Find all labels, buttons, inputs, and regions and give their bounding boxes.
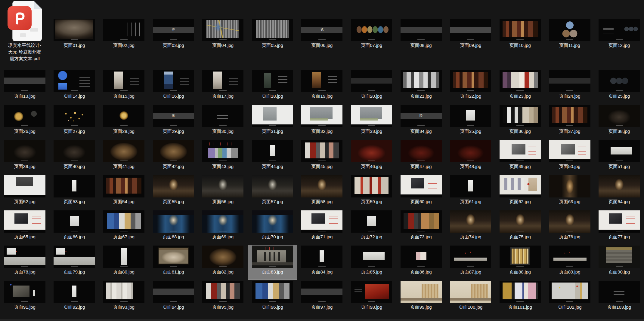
file-item[interactable]: 页面60.jpg bbox=[396, 174, 446, 209]
file-item[interactable]: 页面84.jpg bbox=[297, 245, 347, 280]
file-item[interactable]: 页面30.jpg bbox=[198, 104, 248, 139]
file-item[interactable]: 页面01.jpg bbox=[50, 0, 99, 69]
file-item[interactable]: 页面15.jpg bbox=[99, 69, 149, 104]
file-item[interactable]: 页面42.jpg bbox=[149, 139, 198, 174]
file-item[interactable]: 页面43.jpg bbox=[198, 139, 248, 174]
file-item[interactable]: 页面40.jpg bbox=[50, 139, 99, 174]
file-item[interactable]: 页面18.jpg bbox=[248, 69, 297, 104]
file-item[interactable]: 页面100.jpg bbox=[446, 280, 496, 315]
file-item[interactable]: 页面14.jpg bbox=[50, 69, 99, 104]
file-item[interactable]: 页面07.jpg bbox=[347, 0, 396, 69]
file-item[interactable]: 页面79.jpg bbox=[50, 245, 99, 280]
file-item[interactable]: 页面59.jpg bbox=[347, 174, 396, 209]
file-item[interactable]: 页面09.jpg bbox=[446, 0, 496, 69]
file-item[interactable]: 页面80.jpg bbox=[99, 245, 149, 280]
file-item[interactable]: 页面10.jpg bbox=[495, 0, 545, 69]
file-item[interactable]: 页面33.jpg bbox=[347, 104, 396, 139]
file-item[interactable]: 页面50.jpg bbox=[545, 139, 595, 174]
file-item[interactable]: 页面45.jpg bbox=[297, 139, 347, 174]
file-item[interactable]: 页面44.jpg bbox=[248, 139, 297, 174]
file-item[interactable]: 页面26.jpg bbox=[0, 104, 50, 139]
file-item[interactable]: 页面53.jpg bbox=[50, 174, 99, 209]
file-item[interactable]: 页面77.jpg bbox=[594, 209, 644, 245]
file-item[interactable]: 页面58.jpg bbox=[297, 174, 347, 209]
file-item[interactable]: 页面70.jpg bbox=[248, 209, 297, 245]
file-item[interactable]: 页面103.jpg bbox=[594, 280, 644, 315]
file-item[interactable]: 页面04.jpg bbox=[198, 0, 248, 69]
file-item[interactable]: 页面93.jpg bbox=[99, 280, 149, 315]
file-item[interactable]: 页面101.jpg bbox=[495, 280, 545, 315]
file-item[interactable]: 页面99.jpg bbox=[396, 280, 446, 315]
file-item[interactable]: 页面85.jpg bbox=[347, 245, 396, 280]
file-item[interactable]: 页面12.jpg bbox=[594, 0, 644, 69]
file-item[interactable]: 页面08.jpg bbox=[396, 0, 446, 69]
file-item[interactable]: 页面65.jpg bbox=[0, 209, 50, 245]
file-item[interactable]: 页面19.jpg bbox=[297, 69, 347, 104]
file-item[interactable]: 页面25.jpg bbox=[594, 69, 644, 104]
file-item[interactable]: 壹 页面03.jpg bbox=[149, 0, 198, 69]
file-item[interactable]: 页面90.jpg bbox=[594, 245, 644, 280]
file-item[interactable]: 页面52.jpg bbox=[0, 174, 50, 209]
file-item[interactable]: 页面87.jpg bbox=[446, 245, 496, 280]
file-item[interactable]: 页面48.jpg bbox=[446, 139, 496, 174]
file-item[interactable]: 页面66.jpg bbox=[50, 209, 99, 245]
file-item[interactable]: 页面39.jpg bbox=[0, 139, 50, 174]
file-item[interactable]: 页面88.jpg bbox=[495, 245, 545, 280]
file-item[interactable]: 页面83.jpg bbox=[248, 245, 297, 280]
file-item[interactable]: 页面95.jpg bbox=[198, 280, 248, 315]
file-item[interactable]: 页面97.jpg bbox=[297, 280, 347, 315]
file-item[interactable]: 页面91.jpg bbox=[0, 280, 50, 315]
file-item[interactable]: 页面56.jpg bbox=[198, 174, 248, 209]
file-item[interactable]: 页面11.jpg bbox=[545, 0, 595, 69]
file-item[interactable]: 页面23.jpg bbox=[495, 69, 545, 104]
file-item[interactable]: 页面24.jpg bbox=[545, 69, 595, 104]
file-item[interactable]: 伍 页面29.jpg bbox=[149, 104, 198, 139]
file-item[interactable]: 页面96.jpg bbox=[248, 280, 297, 315]
file-item[interactable]: 页面63.jpg bbox=[545, 174, 595, 209]
file-item[interactable]: 页面69.jpg bbox=[198, 209, 248, 245]
file-item[interactable]: 页面35.jpg bbox=[446, 104, 496, 139]
file-item[interactable]: 页面47.jpg bbox=[396, 139, 446, 174]
file-item[interactable]: 页面27.jpg bbox=[50, 104, 99, 139]
file-item[interactable]: 页面64.jpg bbox=[594, 174, 644, 209]
file-item[interactable]: 页面38.jpg bbox=[594, 104, 644, 139]
file-item[interactable]: 页面57.jpg bbox=[248, 174, 297, 209]
file-item[interactable]: 页面75.jpg bbox=[495, 209, 545, 245]
file-item[interactable]: 页面13.jpg bbox=[0, 69, 50, 104]
file-item[interactable]: 页面46.jpg bbox=[347, 139, 396, 174]
file-item[interactable]: 页面61.jpg bbox=[446, 174, 496, 209]
file-item[interactable]: 陸 页面34.jpg bbox=[396, 104, 446, 139]
file-item[interactable]: 页面20.jpg bbox=[347, 69, 396, 104]
file-item[interactable]: 页面62.jpg bbox=[495, 174, 545, 209]
file-item[interactable]: 页面74.jpg bbox=[446, 209, 496, 245]
file-item[interactable]: 页面49.jpg bbox=[495, 139, 545, 174]
file-item[interactable]: 页面73.jpg bbox=[396, 209, 446, 245]
file-item[interactable]: 页面68.jpg bbox=[149, 209, 198, 245]
pdf-file-item[interactable]: 琚宾水平线设计- 天元·珍庭潮州餐 廳方案文本.pdf bbox=[0, 0, 50, 69]
file-item[interactable]: 页面28.jpg bbox=[99, 104, 149, 139]
file-item[interactable]: 页面86.jpg bbox=[396, 245, 446, 280]
file-item[interactable]: 页面71.jpg bbox=[297, 209, 347, 245]
file-item[interactable]: 页面78.jpg bbox=[0, 245, 50, 280]
file-item[interactable]: 页面51.jpg bbox=[594, 139, 644, 174]
file-item[interactable]: 页面36.jpg bbox=[495, 104, 545, 139]
file-item[interactable]: 页面76.jpg bbox=[545, 209, 595, 245]
file-item[interactable]: 页面98.jpg bbox=[347, 280, 396, 315]
file-item[interactable]: 页面94.jpg bbox=[149, 280, 198, 315]
file-item[interactable]: 页面89.jpg bbox=[545, 245, 595, 280]
file-item[interactable]: 页面54.jpg bbox=[99, 174, 149, 209]
file-item[interactable]: 贰 页面06.jpg bbox=[297, 0, 347, 69]
file-item[interactable]: 页面21.jpg bbox=[396, 69, 446, 104]
file-item[interactable]: 页面16.jpg bbox=[149, 69, 198, 104]
file-item[interactable]: 页面82.jpg bbox=[198, 245, 248, 280]
file-item[interactable]: 页面05.jpg bbox=[248, 0, 297, 69]
file-item[interactable]: 页面102.jpg bbox=[545, 280, 595, 315]
file-item[interactable]: 页面22.jpg bbox=[446, 69, 496, 104]
file-item[interactable]: 页面41.jpg bbox=[99, 139, 149, 174]
file-item[interactable]: 页面67.jpg bbox=[99, 209, 149, 245]
file-item[interactable]: 页面55.jpg bbox=[149, 174, 198, 209]
file-item[interactable]: 页面37.jpg bbox=[545, 104, 595, 139]
file-item[interactable]: 页面17.jpg bbox=[198, 69, 248, 104]
file-item[interactable]: 页面31.jpg bbox=[248, 104, 297, 139]
file-item[interactable]: 页面72.jpg bbox=[347, 209, 396, 245]
